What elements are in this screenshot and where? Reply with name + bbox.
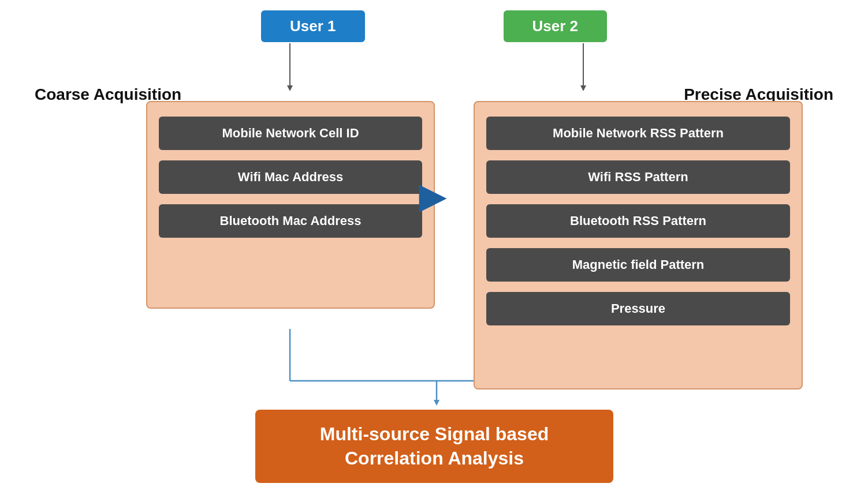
bluetooth-mac-item: Bluetooth Mac Address	[159, 204, 422, 238]
wifi-mac-item: Wifi Mac Address	[159, 160, 422, 194]
pressure-item: Pressure	[486, 292, 790, 325]
left-panel: Mobile Network Cell ID Wifi Mac Address …	[146, 101, 435, 309]
bottom-line1: Multi-source Signal based	[290, 422, 579, 447]
svg-marker-1	[287, 85, 293, 91]
arrow-icon: ►	[410, 173, 456, 219]
correlation-box: Multi-source Signal based Correlation An…	[255, 410, 613, 483]
magnetic-field-item: Magnetic field Pattern	[486, 248, 790, 282]
cell-id-item: Mobile Network Cell ID	[159, 117, 422, 150]
mobile-rss-item: Mobile Network RSS Pattern	[486, 117, 790, 150]
wifi-rss-item: Wifi RSS Pattern	[486, 160, 790, 194]
bluetooth-rss-item: Bluetooth RSS Pattern	[486, 204, 790, 238]
svg-marker-8	[434, 400, 439, 406]
user2-button: User 2	[504, 10, 608, 42]
svg-marker-3	[580, 85, 586, 91]
bottom-line2: Correlation Analysis	[290, 447, 579, 471]
user1-button: User 1	[261, 10, 365, 42]
diagram-container: User 1 User 2 Coarse Acquisition Precise…	[0, 0, 868, 502]
right-panel: Mobile Network RSS Pattern Wifi RSS Patt…	[474, 101, 803, 389]
